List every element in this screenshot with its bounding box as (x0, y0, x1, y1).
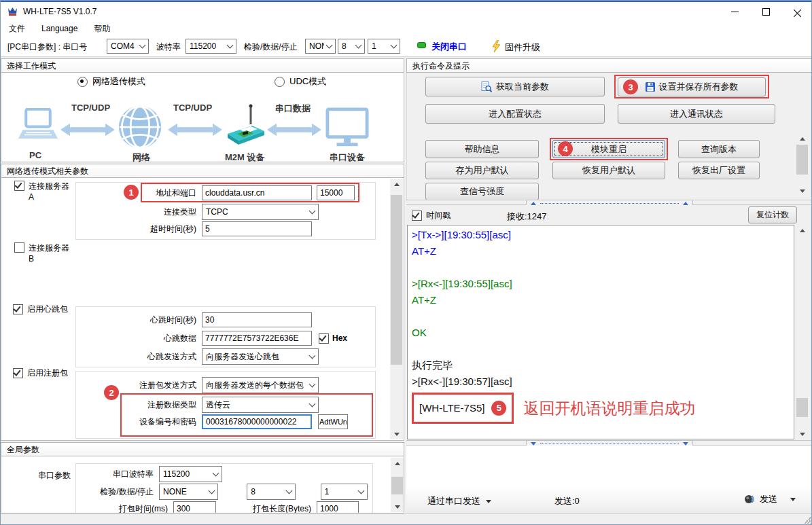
scrollbar-thumb[interactable] (391, 195, 402, 365)
baud-select[interactable]: 115200 (186, 39, 236, 54)
reg-type-value: 透传云 (206, 399, 230, 411)
firmware-upgrade-button[interactable]: 固件升级 (505, 41, 540, 54)
radio-udc-mode[interactable]: UDC模式 (275, 75, 326, 88)
g-baud-select[interactable]: 115200 (159, 466, 222, 482)
timeout-input[interactable] (202, 221, 312, 236)
send-panel: 通过串口发送 发送:0 发送 (406, 446, 812, 513)
hex-checkbox[interactable] (319, 333, 329, 344)
scroll-up-arrow[interactable] (391, 458, 404, 469)
save-user-default-button[interactable]: 存为用户默认 (425, 162, 539, 179)
g-parity-select[interactable]: NONE (159, 484, 218, 500)
stopbits-select[interactable]: 1 (368, 39, 400, 54)
server-a-checkbox[interactable]: 连接服务器A (14, 181, 69, 202)
g-stopbits-select[interactable]: 1 (321, 484, 368, 500)
server-port-input[interactable] (317, 185, 355, 200)
checkbox-icon (13, 368, 23, 378)
diagram-link2-label: TCP/UDP (173, 103, 212, 113)
close-icon (794, 8, 801, 16)
radio-net-mode[interactable]: 网络透传模式 (77, 75, 145, 88)
reg-type-select[interactable]: 透传云 (202, 397, 319, 413)
hex-label: Hex (332, 333, 347, 343)
scroll-up-arrow[interactable] (796, 133, 809, 144)
scrollbar-thumb[interactable] (796, 145, 808, 175)
server-address-input[interactable] (202, 185, 312, 200)
boot-message-box: [WH-LTE-7S5] 5 (412, 393, 514, 424)
com-port-value: COM4 (111, 41, 135, 51)
command-scrollbar[interactable] (796, 133, 809, 196)
chevron-down-icon (309, 401, 316, 408)
scroll-down-arrow[interactable] (796, 185, 809, 196)
caret-down-icon (790, 498, 796, 501)
help-info-button[interactable]: 帮助信息 (425, 140, 539, 158)
send-via-serial-dropdown[interactable]: 通过串口发送 (427, 495, 491, 507)
hb-data-input[interactable] (202, 331, 312, 346)
close-serial-button[interactable]: 关闭串口 (431, 41, 467, 53)
double-arrow-icon (60, 122, 115, 138)
log-output[interactable]: >[Tx->][19:30:55][asc]AT+Z >[Rx<-][19:30… (407, 225, 794, 439)
horizontal-splitter-top[interactable] (406, 200, 812, 205)
factory-reset-button[interactable]: 恢复出厂设置 (678, 162, 760, 179)
boot-message-text: [WH-LTE-7S5] (419, 400, 484, 416)
resize-grip[interactable] (804, 517, 811, 524)
scroll-down-arrow[interactable] (796, 429, 809, 439)
g-databits-select[interactable]: 8 (247, 484, 295, 500)
chevron-down-icon (285, 488, 292, 494)
menu-language[interactable]: Language (41, 24, 77, 33)
net-params-scrollbar[interactable] (390, 179, 403, 439)
log-scrollbar[interactable] (796, 225, 809, 439)
device-password-input[interactable] (318, 414, 348, 429)
global-scrollbar[interactable] (391, 458, 404, 512)
pack-time-input[interactable] (173, 501, 216, 513)
factory-reset-label: 恢复出厂设置 (692, 164, 745, 177)
chevron-down-icon (227, 42, 234, 49)
hb-mode-select[interactable]: 向服务器发送心跳包 (202, 348, 319, 365)
conn-type-select[interactable]: TCPC (202, 204, 319, 220)
scroll-up-arrow[interactable] (390, 179, 403, 189)
diagram-link3-label: 串口数据 (275, 103, 311, 115)
databits-select[interactable]: 8 (338, 39, 365, 54)
menu-help[interactable]: 帮助 (94, 23, 110, 35)
get-params-button[interactable]: 获取当前参数 (425, 77, 605, 96)
log-line: >[Tx->][19:30:55][asc] (412, 227, 790, 243)
device-id-input[interactable] (202, 414, 312, 429)
enter-comm-label: 进入通讯状态 (670, 108, 723, 120)
reg-mode-select[interactable]: 向服务器发送的每个数据包 (202, 377, 319, 393)
signal-strength-button[interactable]: 查信号强度 (425, 183, 539, 200)
menu-file[interactable]: 文件 (9, 23, 25, 35)
scroll-down-arrow[interactable] (391, 501, 404, 512)
restore-user-default-button[interactable]: 恢复用户默认 (552, 162, 665, 179)
send-input[interactable] (408, 447, 811, 488)
minimize-button[interactable] (719, 2, 750, 21)
maximize-button[interactable] (750, 2, 781, 21)
send-icon (744, 494, 755, 505)
log-line: 执行完毕 (412, 357, 790, 374)
enter-config-button[interactable]: 进入配置状态 (425, 104, 605, 124)
reset-count-button[interactable]: 复位计数 (748, 206, 797, 223)
scroll-down-arrow[interactable] (390, 429, 403, 439)
g-baud-row: 串口波特率 115200 (75, 466, 361, 482)
splitter-arrow-icon (531, 202, 536, 205)
timestamp-label: 时间戳 (426, 210, 451, 221)
minimize-icon (731, 12, 739, 12)
com-port-select[interactable]: COM4 (107, 39, 149, 54)
query-version-button[interactable]: 查询版本 (678, 140, 760, 158)
server-b-checkbox[interactable]: 连接服务器B (14, 242, 69, 264)
log-line (412, 308, 790, 325)
log-line (412, 341, 790, 357)
register-checkbox[interactable]: 启用注册包 (13, 367, 68, 379)
databits-value: 8 (342, 41, 347, 51)
close-button[interactable] (781, 2, 812, 21)
horizontal-splitter-bottom[interactable] (406, 440, 812, 446)
scrollbar-thumb[interactable] (796, 398, 808, 417)
step-badge-5: 5 (491, 401, 506, 416)
pack-len-input[interactable] (317, 501, 359, 513)
parity-select[interactable]: NONI (305, 39, 336, 54)
send-button[interactable]: 发送 (744, 493, 796, 505)
set-save-params-button[interactable]: 设置并保存所有参数 (618, 77, 766, 96)
timestamp-checkbox[interactable]: 时间戳 (412, 210, 451, 221)
scrollbar-thumb[interactable] (391, 477, 403, 494)
enter-comm-button[interactable]: 进入通讯状态 (618, 104, 775, 124)
scroll-up-arrow[interactable] (796, 225, 809, 236)
heartbeat-checkbox[interactable]: 启用心跳包 (13, 304, 68, 315)
hb-time-input[interactable] (202, 312, 312, 327)
